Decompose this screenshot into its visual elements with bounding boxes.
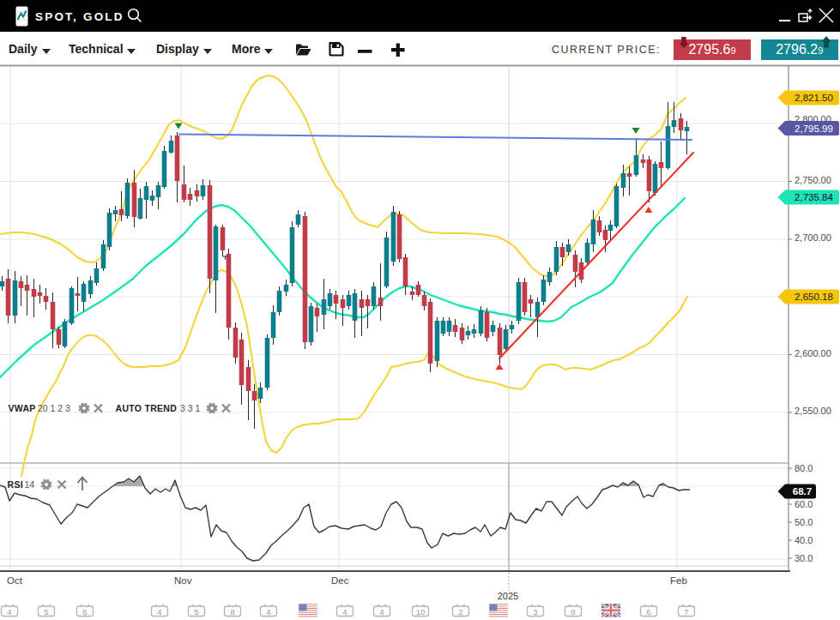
svg-text:4: 4: [157, 607, 161, 617]
svg-text:5: 5: [194, 607, 198, 617]
svg-text:4: 4: [7, 607, 11, 617]
svg-text:4: 4: [266, 607, 270, 617]
svg-text:2,650.18: 2,650.18: [795, 292, 833, 302]
svg-text:7: 7: [684, 607, 688, 617]
svg-text:2,600.00: 2,600.00: [795, 348, 831, 358]
svg-text:Dec: Dec: [331, 575, 349, 586]
svg-text:8: 8: [230, 607, 234, 617]
svg-text:2,821.50: 2,821.50: [795, 93, 833, 103]
svg-text:2,550.00: 2,550.00: [795, 406, 831, 416]
svg-text:Feb: Feb: [670, 575, 687, 586]
svg-text:6: 6: [82, 607, 87, 617]
svg-text:VWAP: VWAP: [9, 403, 36, 413]
svg-text:40.0: 40.0: [795, 535, 813, 545]
svg-text:2,750.00: 2,750.00: [795, 175, 831, 185]
svg-text:3: 3: [533, 607, 537, 617]
svg-text:2,795.99: 2,795.99: [795, 123, 833, 134]
svg-text:5: 5: [44, 607, 48, 617]
svg-text:2: 2: [458, 607, 462, 617]
svg-text:4: 4: [342, 607, 347, 617]
svg-text:9: 9: [571, 607, 575, 617]
svg-text:80.0: 80.0: [795, 463, 813, 473]
svg-text:30.0: 30.0: [795, 553, 813, 563]
svg-text:RSI: RSI: [8, 479, 23, 490]
svg-text:Oct: Oct: [7, 575, 23, 586]
svg-text:4: 4: [379, 607, 384, 617]
svg-text:3 3 1: 3 3 1: [180, 403, 201, 413]
svg-text:6: 6: [646, 607, 650, 617]
svg-text:2,735.84: 2,735.84: [795, 192, 833, 202]
svg-text:20 1 2 3: 20 1 2 3: [38, 403, 70, 413]
svg-text:60.0: 60.0: [795, 499, 813, 509]
svg-text:50.0: 50.0: [795, 517, 813, 527]
svg-text:2025: 2025: [498, 591, 518, 601]
svg-text:68.7: 68.7: [793, 486, 812, 497]
svg-text:10: 10: [416, 607, 426, 617]
svg-text:Nov: Nov: [174, 575, 192, 586]
svg-text:AUTO TREND: AUTO TREND: [116, 403, 178, 413]
svg-text:14: 14: [25, 479, 35, 490]
svg-text:2,700.00: 2,700.00: [795, 232, 831, 243]
